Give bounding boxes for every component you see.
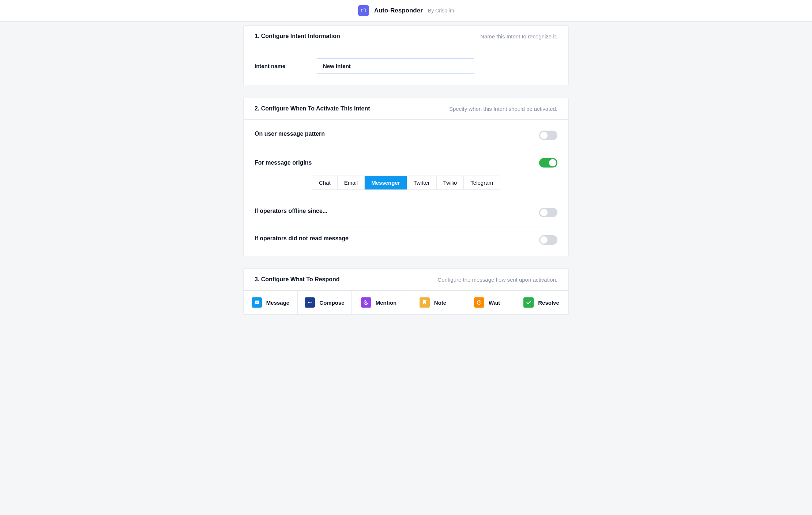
section3-subtitle: Configure the message flow sent upon act… xyxy=(437,277,557,283)
svg-point-3 xyxy=(256,302,257,303)
unread-toggle[interactable] xyxy=(539,235,557,245)
respond-actions: MessageComposeMentionNoteWaitResolve xyxy=(244,290,568,314)
respond-action-label: Compose xyxy=(319,300,344,306)
respond-action-label: Resolve xyxy=(538,300,559,306)
pattern-toggle[interactable] xyxy=(539,131,557,140)
pattern-label: On user message pattern xyxy=(255,131,539,137)
svg-point-5 xyxy=(308,302,309,303)
origin-option-chat[interactable]: Chat xyxy=(312,176,338,189)
intent-name-label: Intent name xyxy=(255,63,309,69)
note-icon xyxy=(420,297,430,308)
respond-action-note[interactable]: Note xyxy=(406,291,460,314)
app-byline: By Crisp.im xyxy=(428,8,454,14)
respond-action-mention[interactable]: Mention xyxy=(352,291,406,314)
svg-rect-1 xyxy=(361,9,365,12)
section2-subtitle: Specify when this Intent should be activ… xyxy=(449,106,557,112)
resolve-icon xyxy=(523,297,534,308)
compose-icon xyxy=(305,297,315,308)
section1-title: 1. Configure Intent Information xyxy=(255,33,340,40)
svg-point-6 xyxy=(309,302,311,303)
origin-option-email[interactable]: Email xyxy=(338,176,365,189)
section-when-activate: 2. Configure When To Activate This Inten… xyxy=(243,98,569,256)
svg-point-4 xyxy=(257,302,258,303)
mention-icon xyxy=(361,297,371,308)
respond-action-message[interactable]: Message xyxy=(244,291,298,314)
respond-action-compose[interactable]: Compose xyxy=(298,291,352,314)
intent-name-input[interactable] xyxy=(317,58,474,74)
offline-toggle[interactable] xyxy=(539,208,557,217)
origins-toggle[interactable] xyxy=(539,158,557,168)
message-icon xyxy=(252,297,262,308)
app-title: Auto-Responder xyxy=(374,7,423,14)
respond-action-label: Message xyxy=(266,300,289,306)
unread-label: If operators did not read message xyxy=(255,235,539,242)
app-icon xyxy=(358,5,369,16)
section2-title: 2. Configure When To Activate This Inten… xyxy=(255,105,370,112)
respond-action-wait[interactable]: Wait xyxy=(460,291,514,314)
origin-option-messenger[interactable]: Messenger xyxy=(365,176,407,189)
section1-subtitle: Name this Intent to recognize it. xyxy=(480,33,557,40)
respond-action-label: Note xyxy=(434,300,446,306)
section-intent-info: 1. Configure Intent Information Name thi… xyxy=(243,25,569,85)
origins-label: For message origins xyxy=(255,159,312,166)
respond-action-resolve[interactable]: Resolve xyxy=(514,291,568,314)
offline-label: If operators offline since... xyxy=(255,208,539,214)
section3-title: 3. Configure What To Respond xyxy=(255,276,340,283)
svg-point-7 xyxy=(311,302,312,303)
respond-action-label: Wait xyxy=(489,300,500,306)
section-what-respond: 3. Configure What To Respond Configure t… xyxy=(243,268,569,315)
respond-action-label: Mention xyxy=(376,300,397,306)
origin-option-twilio[interactable]: Twilio xyxy=(437,176,464,189)
origin-option-twitter[interactable]: Twitter xyxy=(407,176,437,189)
top-header: Auto-Responder By Crisp.im xyxy=(0,0,812,22)
origin-option-telegram[interactable]: Telegram xyxy=(464,176,500,189)
wait-icon xyxy=(474,297,484,308)
svg-point-2 xyxy=(256,302,256,303)
origins-segmented: ChatEmailMessengerTwitterTwilioTelegram xyxy=(312,176,500,190)
